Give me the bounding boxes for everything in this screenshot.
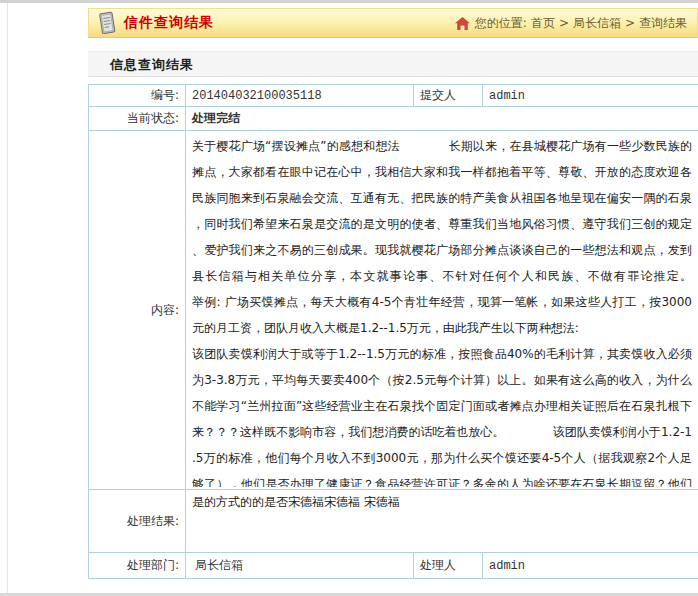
content-cell: 关于樱花广场“摆设摊点”的感想和想法 长期以来，在县城樱花广场有一些少数民族的摊…	[186, 131, 698, 490]
result-cell: 是的方式的的是否宋德福宋德福 宋德福	[186, 490, 698, 553]
handler-value: admin	[483, 553, 698, 579]
letter-icon	[97, 11, 117, 36]
number-value: 201404032100035118	[186, 85, 414, 107]
breadcrumb-separator: >	[625, 16, 635, 30]
department-label: 处理部门:	[89, 553, 186, 579]
table-row-result: 处理结果: 是的方式的的是否宋德福宋德福 宋德福	[89, 490, 698, 553]
page-header: 信件查询结果 您的位置: 首页 > 局长信箱 > 查询结果	[88, 8, 698, 38]
breadcrumb-separator: >	[559, 16, 569, 30]
content-value: 关于樱花广场“摆设摊点”的感想和想法 长期以来，在县城樱花广场有一些少数民族的摊…	[192, 133, 692, 487]
submitter-value: admin	[483, 85, 698, 107]
number-label: 编号:	[89, 85, 186, 107]
result-value: 是的方式的的是否宋德福宋德福 宋德福	[192, 492, 692, 550]
content-label: 内容:	[89, 131, 186, 490]
result-label: 处理结果:	[89, 490, 186, 553]
department-value: 局长信箱	[186, 553, 414, 579]
table-row-department: 处理部门: 局长信箱 处理人 admin	[89, 553, 698, 579]
page-left-divider	[7, 3, 8, 593]
submitter-label: 提交人	[414, 85, 483, 107]
table-row-number: 编号: 201404032100035118 提交人 admin	[89, 85, 698, 107]
section-title-bar: 信息查询结果	[88, 51, 698, 77]
main-content: 信件查询结果 您的位置: 首页 > 局长信箱 > 查询结果 信息查询结果 编号:…	[88, 8, 698, 579]
status-label: 当前状态:	[89, 107, 186, 131]
home-icon	[455, 17, 470, 30]
table-row-status: 当前状态: 处理完结	[89, 107, 698, 131]
table-row-content: 内容: 关于樱花广场“摆设摊点”的感想和想法 长期以来，在县城樱花广场有一些少数…	[89, 131, 698, 490]
breadcrumb-current: 查询结果	[639, 15, 687, 32]
handler-label: 处理人	[414, 553, 483, 579]
detail-table: 编号: 201404032100035118 提交人 admin 当前状态: 处…	[88, 84, 698, 579]
breadcrumb-mailbox-link[interactable]: 局长信箱	[573, 15, 621, 32]
breadcrumb-home-link[interactable]: 首页	[531, 15, 555, 32]
section-title: 信息查询结果	[110, 57, 194, 72]
breadcrumb-prefix: 您的位置:	[475, 15, 527, 32]
page-top-divider	[0, 0, 698, 3]
status-value: 处理完结	[186, 107, 698, 131]
page-title: 信件查询结果	[124, 14, 214, 32]
